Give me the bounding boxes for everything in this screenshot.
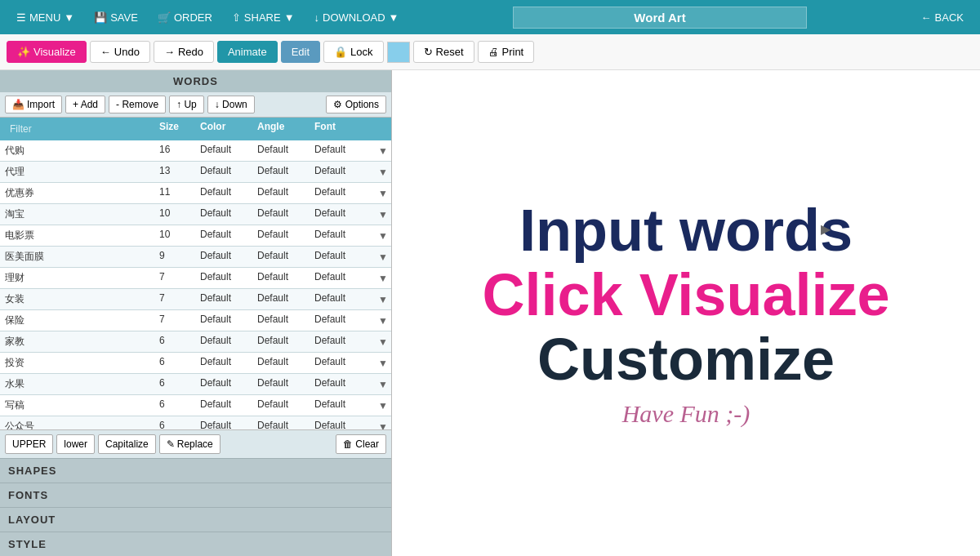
table-row[interactable]: 家教 6 Default Default Default ▼ [0,331,391,353]
save-button[interactable]: 💾 SAVE [86,7,146,29]
angle-cell: Default [252,247,310,267]
style-section[interactable]: STYLE [0,532,391,556]
row-arrow[interactable]: ▼ [375,353,391,373]
row-arrow[interactable]: ▼ [375,204,391,225]
table-row[interactable]: 水果 6 Default Default Default ▼ [0,374,391,395]
table-row[interactable]: 理财 7 Default Default Default ▼ [0,268,391,289]
color-cell: Default [195,247,252,267]
lock-button[interactable]: 🔒 Lock [323,41,383,63]
row-arrow[interactable]: ▼ [375,140,391,161]
size-cell: 6 [154,331,195,352]
clear-button[interactable]: 🗑 Clear [336,434,386,454]
row-arrow[interactable]: ▼ [375,310,391,331]
share-button[interactable]: ⇧ SHARE ▼ [224,7,303,29]
angle-cell: Default [252,268,310,288]
size-header: Size [154,118,195,140]
filter-input[interactable] [5,121,149,137]
main-layout: WORDS 📥 Import + Add - Remove ↑ Up ↓ Dow… [0,70,980,556]
replace-button[interactable]: ✎ Replace [159,434,220,454]
angle-cell: Default [252,289,310,309]
row-arrow[interactable]: ▼ [375,183,391,203]
color-cell: Default [195,310,252,331]
row-arrow[interactable]: ▼ [375,395,391,416]
word-cell: 投资 [0,353,154,373]
font-cell: Default [310,268,375,288]
up-button[interactable]: ↑ Up [169,96,204,113]
angle-cell: Default [252,310,310,331]
capitalize-button[interactable]: Capitalize [98,434,156,454]
table-row[interactable]: 医美面膜 9 Default Default Default ▼ [0,247,391,268]
redo-button[interactable]: → Redo [154,41,214,63]
size-cell: 7 [154,268,195,288]
print-button[interactable]: 🖨 Print [478,41,535,63]
row-arrow[interactable]: ▼ [375,247,391,267]
menu-chevron-icon: ▼ [64,11,74,24]
size-cell: 16 [154,140,195,161]
table-row[interactable]: 淘宝 10 Default Default Default ▼ [0,204,391,225]
options-button[interactable]: ⚙ Options [326,96,386,113]
upper-button[interactable]: UPPER [5,434,53,454]
row-arrow[interactable]: ▼ [375,289,391,309]
reset-button[interactable]: ↻ Reset [413,41,474,63]
table-row[interactable]: 公众号 6 Default Default Default ▼ [0,416,391,429]
words-table[interactable]: 代购 16 Default Default Default ▼ 代理 13 De… [0,140,391,429]
table-row[interactable]: 写稿 6 Default Default Default ▼ [0,395,391,416]
visualize-icon: ✨ [17,46,30,58]
table-header: Size Color Angle Font [0,118,391,140]
order-icon: 🛒 [158,11,171,24]
filter-header [0,118,154,140]
font-cell: Default [310,162,375,182]
row-arrow[interactable]: ▼ [375,225,391,246]
color-cell: Default [195,395,252,416]
table-row[interactable]: 电影票 10 Default Default Default ▼ [0,225,391,247]
word-cell: 写稿 [0,395,154,416]
table-row[interactable]: 保险 7 Default Default Default ▼ [0,310,391,331]
table-row[interactable]: 代理 13 Default Default Default ▼ [0,162,391,183]
back-button[interactable]: ← BACK [913,7,972,29]
undo-icon: ← [100,46,111,58]
word-cell: 代购 [0,140,154,161]
import-icon: 📥 [12,99,24,110]
down-button[interactable]: ↓ Down [207,96,255,113]
shapes-section[interactable]: SHAPES [0,458,391,483]
import-button[interactable]: 📥 Import [5,96,62,113]
edit-button[interactable]: Edit [281,41,320,63]
add-button[interactable]: + Add [65,96,105,113]
row-arrow[interactable]: ▼ [375,162,391,182]
download-button[interactable]: ↓ DOWNLOAD ▼ [306,7,408,29]
table-row[interactable]: 女装 7 Default Default Default ▼ [0,289,391,310]
angle-cell: Default [252,225,310,246]
row-arrow[interactable]: ▼ [375,374,391,394]
row-arrow[interactable]: ▼ [375,268,391,288]
color-swatch[interactable] [387,42,410,63]
angle-header: Angle [252,118,310,140]
lower-button[interactable]: lower [56,434,95,454]
reset-icon: ↻ [424,46,433,58]
remove-button[interactable]: - Remove [109,96,166,113]
color-header: Color [195,118,252,140]
layout-section[interactable]: LAYOUT [0,507,391,532]
animate-button[interactable]: Animate [217,41,278,63]
share-icon: ⇧ [232,11,241,24]
order-button[interactable]: 🛒 ORDER [149,7,220,29]
color-cell: Default [195,353,252,373]
words-toolbar: 📥 Import + Add - Remove ↑ Up ↓ Down ⚙ Op… [0,92,391,118]
row-arrow[interactable]: ▼ [375,416,391,429]
menu-button[interactable]: ☰ MENU ▼ [8,7,82,29]
word-cell: 家教 [0,331,154,352]
title-input[interactable] [513,7,807,29]
replace-icon: ✎ [167,438,175,450]
color-cell: Default [195,225,252,246]
undo-button[interactable]: ← Undo [90,41,150,63]
fonts-section[interactable]: FONTS [0,483,391,507]
table-row[interactable]: 优惠券 11 Default Default Default ▼ [0,183,391,204]
back-icon: ← [921,11,932,24]
word-cell: 代理 [0,162,154,182]
row-arrow[interactable]: ▼ [375,331,391,352]
color-cell: Default [195,416,252,429]
title-area [410,7,909,29]
table-row[interactable]: 代购 16 Default Default Default ▼ [0,140,391,162]
table-row[interactable]: 投资 6 Default Default Default ▼ [0,353,391,374]
color-cell: Default [195,331,252,352]
visualize-button[interactable]: ✨ Visualize [7,41,87,63]
